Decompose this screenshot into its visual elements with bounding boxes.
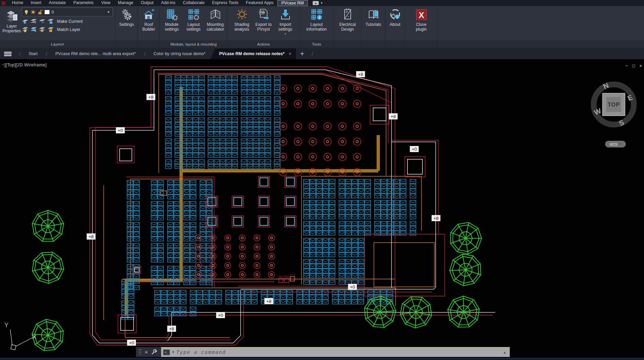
layer-freeze-icon: ✳ (39, 19, 45, 24)
layer-dropdown[interactable]: 0 ▼ (22, 7, 113, 16)
file-tab-label: Start (29, 51, 37, 56)
svg-text:INV 4: INV 4 (284, 275, 289, 277)
layer-unlock-icon[interactable] (38, 10, 42, 15)
ribbon-panel-electrical: ~ Electrical Design (334, 6, 362, 48)
layout-settings-button[interactable]: Layout settings (183, 7, 205, 32)
close-icon[interactable]: × (639, 63, 642, 68)
menu-item-featured-apps[interactable]: Featured Apps (242, 0, 277, 6)
layer-dropdown-value[interactable]: 0 (52, 10, 105, 15)
menu-item-annotate[interactable]: Annotate (45, 0, 70, 6)
command-collapse-icon[interactable]: ▲ (502, 350, 508, 354)
layer-tools-row1[interactable]: ✳ (22, 18, 54, 24)
make-current-button[interactable]: Make Current (57, 19, 83, 24)
layer-properties-label-1: Layer (6, 24, 17, 29)
command-input-area[interactable]: >_ ▼ ▲ (161, 347, 510, 357)
elevation-marker: +8 (146, 94, 155, 100)
layout-settings-label: Layout (187, 22, 199, 27)
layer-on-bulb-icon[interactable] (24, 10, 29, 15)
roof-builder-button[interactable]: Roof Builder (138, 7, 159, 32)
layer-tools-row2[interactable] (22, 27, 54, 33)
ribbon-collapse-caret-icon[interactable]: ▼ (320, 1, 323, 5)
command-input[interactable] (176, 349, 500, 355)
svg-text:+8: +8 (434, 216, 439, 221)
layers-group-label[interactable]: Layers (0, 40, 115, 48)
layout-information-label: Layout (310, 22, 323, 27)
menubar-items: HomeInsertAnnotateParametricViewManageOu… (8, 0, 308, 6)
ucs-button[interactable]: UCS ▼ (605, 141, 626, 147)
layer-color-swatch[interactable] (45, 10, 50, 14)
restore-icon[interactable]: □ (632, 63, 635, 68)
layout-information-button[interactable]: i Layout information (303, 7, 330, 32)
file-tab-color-by-string-issue-demo[interactable]: Color by string issue demo* (149, 48, 210, 59)
inverter-icon: ~ (342, 9, 354, 21)
status-strip (0, 358, 644, 360)
tab-separator: / (42, 48, 51, 59)
command-recent-caret-icon[interactable]: ▼ (172, 350, 175, 354)
app-icon[interactable] (2, 1, 5, 5)
menu-item-insert[interactable]: Insert (27, 0, 45, 6)
import-arrow-icon (279, 9, 292, 21)
tab-close-icon[interactable]: × (289, 51, 291, 56)
ribbon-panel-about: i About (385, 6, 405, 48)
import-settings-caret-icon[interactable]: ▾ (284, 32, 286, 36)
tutorials-button[interactable]: Tutorials (363, 7, 384, 27)
minimize-icon[interactable]: − (625, 63, 628, 68)
menu-item-collaborate[interactable]: Collaborate (179, 0, 208, 6)
shading-analysis-button[interactable]: Shading analysis (231, 7, 253, 32)
ribbon-panel-roof-builder: Roof Builder (138, 6, 160, 48)
command-grip-handle[interactable] (139, 349, 141, 356)
elevation-marker: +8 (87, 233, 95, 240)
tools-group-label: Tools (300, 40, 333, 48)
command-close-icon[interactable]: × (145, 349, 148, 355)
layer-sun-icon[interactable] (31, 10, 36, 15)
cad-drawing[interactable]: INV 4INV 4INV 3 +8 +0 +8 +8 +0 +8 +8 (0, 59, 644, 360)
menu-item-view[interactable]: View (98, 0, 114, 6)
file-tabs-menu-button[interactable] (0, 48, 16, 59)
about-info-icon: i (389, 9, 401, 21)
ucs-caret-icon: ▼ (619, 143, 622, 146)
layer-lock-icon (48, 19, 54, 24)
menu-item-add-ins[interactable]: Add-ins (157, 0, 179, 6)
menu-item-manage[interactable]: Manage (114, 0, 137, 6)
svg-text:PVC: PVC (260, 11, 265, 14)
layout-grids-gear-icon (188, 9, 200, 21)
match-layer-button[interactable]: Match Layer (57, 27, 81, 32)
about-button[interactable]: i About (387, 7, 404, 27)
hamburger-icon (4, 52, 12, 56)
command-wrench-icon[interactable] (151, 349, 157, 355)
ribbon-panel-actions: Shading analysis PVC Export to PVsyst I (228, 6, 300, 48)
view-compass[interactable]: NESW TOP (585, 76, 643, 133)
ribbon-collapse-icon[interactable]: ▲ (313, 1, 319, 5)
layer-properties-button[interactable]: Layer Properties (2, 7, 22, 33)
ribbon-panel-toggle[interactable]: ▲ ▼ (313, 1, 323, 5)
ribbon-panel-tutorials: Tutorials (362, 6, 385, 48)
angled-panels-icon (209, 9, 222, 21)
settings-button[interactable]: Settings (116, 7, 138, 27)
file-tab-pvcase-rm-demo-release-notes[interactable]: PVcase RM demo release notes*× (210, 48, 296, 59)
file-tab-pvcase-rm-demo-rele-multi-area-export[interactable]: PVcase RM demo rele... multi area export… (51, 48, 141, 59)
electrical-design-button[interactable]: ~ Electrical Design (336, 7, 360, 32)
menu-item-home[interactable]: Home (8, 0, 27, 6)
menu-item-parametric[interactable]: Parametric (70, 0, 98, 6)
model-space-viewport[interactable]: INV 4INV 4INV 3 +8 +0 +8 +8 +0 +8 +8 (0, 59, 644, 360)
about-label: About (390, 22, 400, 27)
layer-dropdown-caret-icon[interactable]: ▼ (107, 10, 110, 14)
file-tab-start[interactable]: Start (24, 48, 42, 59)
command-bar[interactable]: × >_ ▼ ▲ (136, 347, 510, 357)
menu-item-express-tools[interactable]: Express Tools (208, 0, 242, 6)
export-pvsyst-button[interactable]: PVC Export to PVsyst (253, 7, 275, 32)
layer-on-icon (22, 27, 28, 32)
mounting-calculator-button[interactable]: Mounting calculator (205, 7, 226, 32)
import-settings-button[interactable]: Import settings ▾ (275, 7, 296, 36)
viewport-controls-label[interactable]: −][Top][2D Wireframe] (2, 63, 47, 67)
new-tab-button[interactable]: + (296, 48, 308, 59)
svg-text:+0: +0 (412, 147, 417, 152)
module-settings-button[interactable]: Module settings (161, 7, 183, 32)
command-prompt-icon[interactable]: >_ (163, 349, 170, 355)
menu-item-output[interactable]: Output (137, 0, 157, 6)
close-plugin-button[interactable]: X Close plugin (411, 7, 432, 32)
menu-item-pvcase-rm[interactable]: PVcase RM (277, 0, 308, 6)
svg-text:INV 3: INV 3 (290, 274, 295, 276)
svg-text:X: X (419, 11, 424, 20)
ribbon-spacer (438, 6, 644, 48)
